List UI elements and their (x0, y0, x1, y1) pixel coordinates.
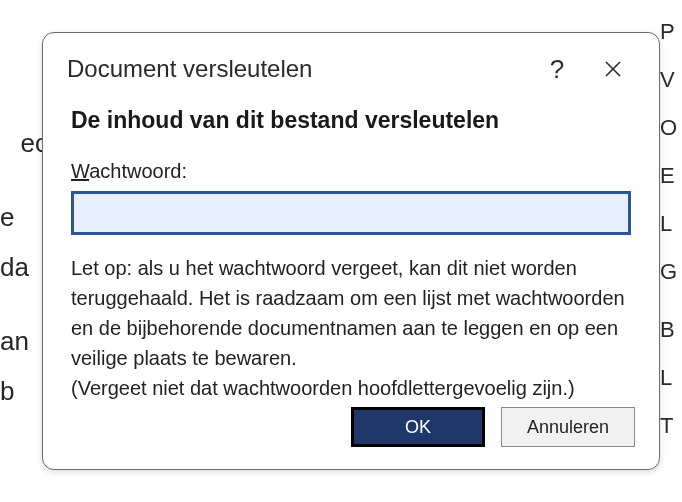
help-icon: ? (550, 54, 564, 85)
dialog-heading: De inhoud van dit bestand versleutelen (71, 107, 631, 134)
close-button[interactable] (591, 51, 635, 87)
ok-button[interactable]: OK (351, 407, 485, 447)
password-input[interactable] (82, 194, 620, 232)
encrypt-document-dialog: Document versleutelen ? De inhoud van di… (42, 32, 660, 470)
cancel-button[interactable]: Annuleren (501, 407, 635, 447)
password-label: Wachtwoord: (71, 160, 631, 183)
background-left-text: ec e da an b ere opg (0, 0, 48, 502)
dialog-titlebar: Document versleutelen ? (43, 33, 659, 93)
background-right-text: P V O E L G B L T (660, 0, 682, 502)
password-field-wrap[interactable] (71, 191, 631, 235)
dialog-content: De inhoud van dit bestand versleutelen W… (43, 93, 659, 407)
help-button[interactable]: ? (535, 51, 579, 87)
warning-note: Let op: als u het wachtwoord vergeet, ka… (71, 253, 631, 403)
dialog-button-row: OK Annuleren (43, 407, 659, 469)
dialog-title: Document versleutelen (67, 55, 523, 83)
close-icon (604, 60, 622, 78)
